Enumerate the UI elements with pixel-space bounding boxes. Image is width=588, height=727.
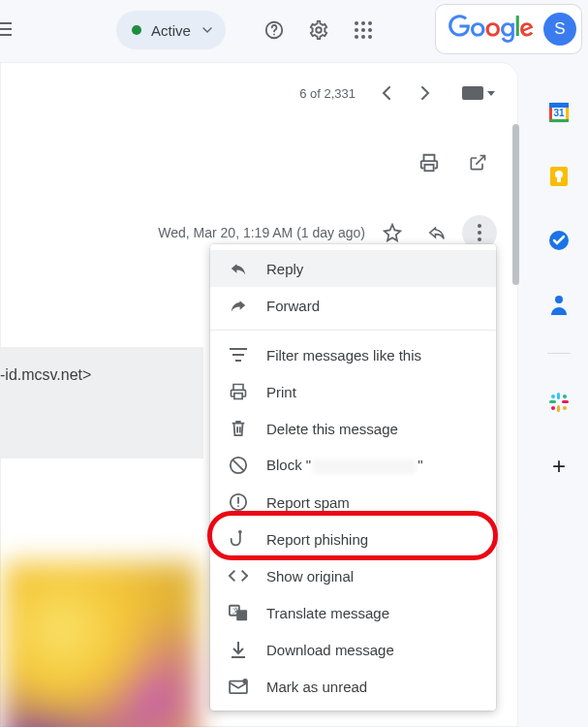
menu-item-label: Mark as unread bbox=[266, 679, 367, 695]
menu-item-download[interactable]: Download message bbox=[210, 631, 496, 668]
menu-item-report-spam[interactable]: Report spam bbox=[210, 484, 496, 521]
svg-point-42 bbox=[563, 395, 567, 398]
menu-item-reply[interactable]: Reply bbox=[210, 250, 496, 287]
message-meta-row: Wed, Mar 20, 1:19 AM (1 day ago) bbox=[0, 182, 518, 252]
next-message-button[interactable] bbox=[408, 76, 443, 111]
svg-point-3 bbox=[355, 21, 358, 25]
svg-rect-34 bbox=[557, 178, 561, 182]
translate-icon: 文 bbox=[228, 603, 249, 622]
svg-rect-40 bbox=[562, 400, 569, 403]
main-menu-icon[interactable] bbox=[0, 10, 17, 48]
support-icon[interactable] bbox=[255, 11, 294, 49]
slack-app-icon[interactable] bbox=[540, 383, 578, 422]
phishing-hook-icon bbox=[228, 529, 249, 549]
status-label: Active bbox=[151, 22, 191, 39]
svg-point-33 bbox=[555, 171, 563, 178]
svg-point-8 bbox=[368, 28, 372, 32]
email-body-image bbox=[4, 562, 198, 727]
print-icon bbox=[228, 382, 249, 401]
plus-icon: + bbox=[552, 453, 566, 480]
svg-point-19 bbox=[237, 505, 239, 507]
status-dropdown[interactable]: Active bbox=[116, 11, 226, 49]
input-tool-selector[interactable] bbox=[462, 86, 495, 100]
side-panel-divider bbox=[547, 353, 571, 354]
side-panel: 31 + bbox=[530, 72, 588, 486]
settings-icon[interactable] bbox=[299, 11, 338, 49]
menu-item-forward[interactable]: Forward bbox=[210, 287, 496, 324]
active-indicator-dot bbox=[132, 25, 141, 35]
topbar-icons bbox=[255, 11, 383, 49]
prev-message-button[interactable] bbox=[369, 76, 404, 111]
svg-point-7 bbox=[361, 28, 365, 32]
menu-item-label: Reply bbox=[266, 261, 303, 277]
svg-rect-29 bbox=[549, 108, 552, 119]
menu-item-report-phishing[interactable]: Report phishing bbox=[210, 521, 496, 557]
svg-point-6 bbox=[355, 28, 358, 32]
mail-unread-icon bbox=[228, 679, 249, 694]
menu-item-label: Show original bbox=[266, 568, 354, 585]
svg-point-36 bbox=[555, 296, 563, 303]
svg-rect-38 bbox=[549, 400, 556, 403]
chevron-down-icon bbox=[202, 27, 212, 33]
svg-rect-39 bbox=[557, 405, 560, 412]
message-timestamp: Wed, Mar 20, 1:19 AM (1 day ago) bbox=[158, 225, 365, 240]
more-options-menu: Reply Forward Filter messages like this … bbox=[210, 244, 496, 711]
menu-item-print[interactable]: Print bbox=[210, 373, 496, 410]
menu-item-label: Forward bbox=[266, 298, 320, 314]
trash-icon bbox=[228, 419, 249, 438]
svg-point-44 bbox=[551, 406, 555, 410]
keep-app-icon[interactable] bbox=[540, 157, 578, 196]
menu-item-label: Report spam bbox=[266, 494, 350, 511]
menu-item-filter[interactable]: Filter messages like this bbox=[210, 336, 496, 373]
svg-rect-12 bbox=[424, 165, 433, 171]
svg-point-4 bbox=[361, 21, 365, 25]
menu-item-delete[interactable]: Delete this message bbox=[210, 410, 496, 447]
svg-point-25 bbox=[242, 679, 247, 683]
menu-item-mark-unread[interactable]: Mark as unread bbox=[210, 668, 496, 705]
svg-text:31: 31 bbox=[553, 108, 565, 118]
block-icon bbox=[228, 456, 249, 475]
svg-point-43 bbox=[563, 406, 567, 410]
svg-rect-13 bbox=[230, 348, 247, 350]
download-icon bbox=[228, 640, 249, 659]
menu-item-label: Filter messages like this bbox=[266, 347, 421, 364]
forward-icon bbox=[228, 298, 249, 313]
calendar-app-icon[interactable]: 31 bbox=[540, 93, 578, 132]
code-icon bbox=[228, 569, 249, 583]
svg-rect-37 bbox=[557, 393, 560, 399]
svg-rect-15 bbox=[235, 360, 241, 362]
menu-item-label: Download message bbox=[266, 642, 394, 658]
message-counter: 6 of 2,331 bbox=[299, 86, 356, 101]
menu-item-label: Block "" bbox=[266, 457, 423, 474]
keyboard-icon bbox=[462, 86, 483, 100]
menu-item-show-original[interactable]: Show original bbox=[210, 557, 496, 594]
open-new-window-button[interactable] bbox=[458, 143, 497, 182]
menu-item-label: Delete this message bbox=[266, 421, 398, 437]
menu-item-label: Translate message bbox=[266, 605, 389, 621]
get-addons-button[interactable]: + bbox=[540, 447, 578, 486]
menu-item-translate[interactable]: 文 Translate message bbox=[210, 594, 496, 631]
kebab-icon bbox=[478, 224, 481, 241]
menu-item-label: Print bbox=[266, 384, 296, 400]
contacts-app-icon[interactable] bbox=[540, 285, 578, 324]
sender-domain-text: -id.mcsv.net> bbox=[0, 363, 99, 394]
svg-rect-14 bbox=[232, 354, 244, 356]
menu-separator bbox=[210, 330, 496, 331]
svg-rect-16 bbox=[234, 394, 242, 399]
message-actions-row bbox=[0, 111, 518, 182]
gmail-topbar: Active S bbox=[0, 0, 588, 60]
scrollbar-thumb[interactable] bbox=[512, 124, 519, 285]
svg-point-20 bbox=[238, 530, 242, 534]
print-button[interactable] bbox=[410, 143, 449, 182]
google-account-button[interactable]: S bbox=[435, 4, 582, 54]
avatar[interactable]: S bbox=[543, 13, 576, 46]
svg-point-1 bbox=[273, 34, 275, 36]
menu-item-block[interactable]: Block "" bbox=[210, 447, 496, 484]
svg-point-9 bbox=[355, 35, 358, 39]
report-spam-icon bbox=[228, 492, 249, 512]
tasks-app-icon[interactable] bbox=[540, 221, 578, 260]
svg-rect-28 bbox=[549, 119, 569, 122]
apps-grid-icon[interactable] bbox=[344, 11, 383, 49]
menu-item-label: Report phishing bbox=[266, 531, 368, 548]
mail-navigation-row: 6 of 2,331 bbox=[0, 62, 518, 111]
